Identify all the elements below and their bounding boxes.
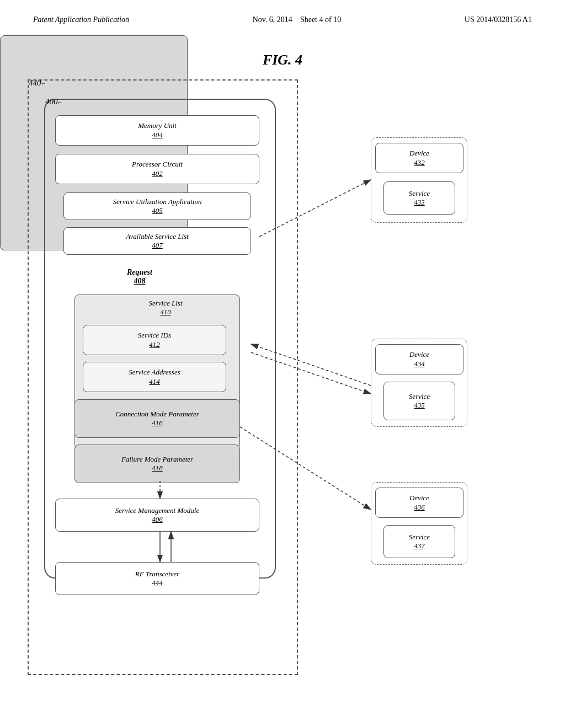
memory-unit-label: Memory Unit xyxy=(138,121,177,131)
service-util-app-number: 405 xyxy=(152,206,163,215)
processor-circuit-number: 402 xyxy=(152,169,163,178)
service-addresses-label: Service Addresses xyxy=(129,368,180,377)
page-header: Patent Application Publication Nov. 6, 2… xyxy=(0,0,565,30)
service-433-number: 433 xyxy=(414,198,425,207)
header-date-sheet: Nov. 6, 2014 Sheet 4 of 10 xyxy=(253,15,341,24)
box-failure-mode: Failure Mode Parameter 418 xyxy=(74,445,240,483)
service-management-number: 406 xyxy=(152,515,163,524)
box-connection-mode: Connection Mode Parameter 416 xyxy=(74,399,240,438)
available-service-list-label: Available Service List xyxy=(126,232,188,242)
available-service-list-number: 407 xyxy=(152,241,163,250)
device-432-number: 432 xyxy=(414,158,425,167)
failure-mode-number: 418 xyxy=(152,464,163,473)
service-addresses-number: 414 xyxy=(149,377,160,386)
fig-title: FIG. 4 xyxy=(263,52,302,68)
connection-mode-label: Connection Mode Parameter xyxy=(115,410,199,419)
label-440: 440⌐ xyxy=(29,78,46,88)
service-435-label: Service xyxy=(409,392,430,402)
box-device-436: Device 436 xyxy=(375,488,463,518)
service-435-number: 435 xyxy=(414,401,425,410)
service-list-label: Service List 410 xyxy=(110,299,221,317)
rf-transceiver-label: RF Transceiver xyxy=(135,570,180,579)
header-publication: Patent Application Publication xyxy=(33,15,129,24)
request-label: Request 408 xyxy=(127,268,152,286)
memory-unit-number: 404 xyxy=(152,131,163,140)
service-ids-number: 412 xyxy=(149,340,160,349)
failure-mode-label: Failure Mode Parameter xyxy=(121,455,193,464)
box-service-435: Service 435 xyxy=(383,382,455,420)
rf-transceiver-number: 444 xyxy=(152,579,163,587)
service-util-app-label: Service Utilization Application xyxy=(113,197,202,207)
box-service-437: Service 437 xyxy=(383,525,455,558)
header-patent-number: US 2014/0328156 A1 xyxy=(465,15,532,24)
diagram-area: FIG. 4 440⌐ 400⌐ Memory Unit 404 Process… xyxy=(0,35,565,697)
box-memory-unit: Memory Unit 404 xyxy=(55,115,259,146)
connection-mode-number: 416 xyxy=(152,419,163,427)
box-device-432: Device 432 xyxy=(375,143,463,173)
box-device-434: Device 434 xyxy=(375,344,463,374)
box-service-ids: Service IDs 412 xyxy=(83,325,226,355)
device-434-label: Device xyxy=(409,350,429,360)
device-432-label: Device xyxy=(409,149,429,158)
box-service-management: Service Management Module 406 xyxy=(55,499,259,532)
box-service-util-app: Service Utilization Application 405 xyxy=(63,192,251,220)
device-436-label: Device xyxy=(409,494,429,503)
service-433-label: Service xyxy=(409,189,430,199)
box-processor-circuit: Processor Circuit 402 xyxy=(55,154,259,184)
device-434-number: 434 xyxy=(414,360,425,368)
box-service-addresses: Service Addresses 414 xyxy=(83,362,226,392)
device-436-number: 436 xyxy=(414,503,425,512)
box-service-433: Service 433 xyxy=(383,181,455,215)
label-400: 400⌐ xyxy=(45,97,62,106)
box-available-service-list: Available Service List 407 xyxy=(63,227,251,255)
service-437-label: Service xyxy=(409,533,430,542)
service-437-number: 437 xyxy=(414,542,425,550)
processor-circuit-label: Processor Circuit xyxy=(132,160,183,169)
box-rf-transceiver: RF Transceiver 444 xyxy=(55,562,259,595)
service-management-label: Service Management Module xyxy=(115,506,199,516)
service-ids-label: Service IDs xyxy=(138,331,171,340)
